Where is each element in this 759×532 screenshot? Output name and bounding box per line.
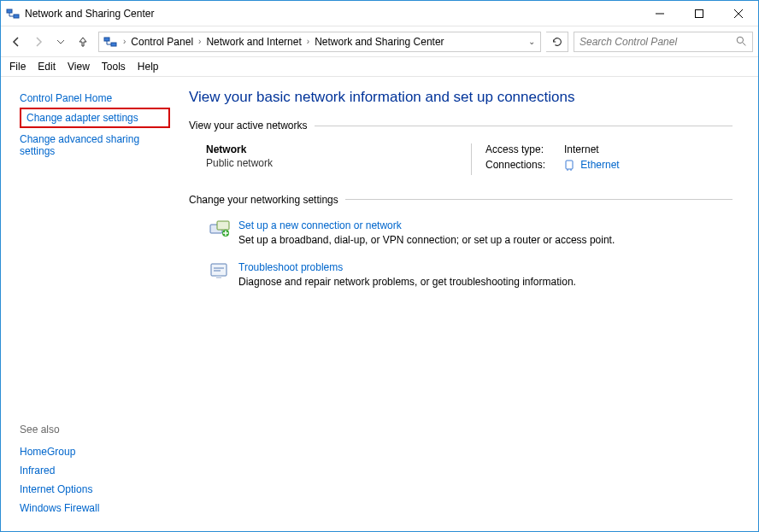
see-also-infrared[interactable]: Infrared — [20, 461, 170, 480]
troubleshoot-icon — [206, 261, 233, 285]
active-networks-header: View your active networks — [189, 120, 733, 132]
divider — [315, 126, 733, 126]
search-placeholder: Search Control Panel — [580, 36, 677, 48]
menu-view[interactable]: View — [68, 61, 90, 73]
svg-rect-6 — [104, 38, 109, 41]
active-network-row: Network Public network Access type: Inte… — [189, 138, 733, 194]
sidebar-link-adapter-settings[interactable]: Change adapter settings — [26, 112, 163, 124]
breadcrumb-icon — [103, 34, 118, 50]
window-root: Network and Sharing Center — [0, 0, 759, 532]
chevron-right-icon: › — [303, 37, 313, 46]
setup-connection-desc: Set up a broadband, dial-up, or VPN conn… — [238, 234, 615, 246]
change-settings-label: Change your networking settings — [189, 194, 338, 206]
refresh-button[interactable] — [546, 32, 568, 52]
see-also-firewall[interactable]: Windows Firewall — [20, 499, 170, 517]
access-type-label: Access type: — [485, 143, 564, 155]
titlebar: Network and Sharing Center — [1, 1, 758, 26]
chevron-right-icon: › — [120, 37, 129, 46]
connections-label: Connections: — [485, 159, 564, 171]
sidebar: Control Panel Home Change adapter settin… — [1, 77, 180, 531]
connection-link-ethernet[interactable]: Ethernet — [580, 159, 619, 171]
search-input[interactable]: Search Control Panel — [574, 32, 753, 52]
troubleshoot-item: Troubleshoot problems Diagnose and repai… — [206, 261, 733, 288]
svg-line-9 — [743, 43, 745, 45]
svg-point-8 — [737, 37, 743, 43]
network-type: Public network — [206, 157, 471, 169]
breadcrumb[interactable]: › Control Panel › Network and Internet ›… — [98, 32, 541, 52]
recent-dropdown-icon[interactable] — [50, 32, 71, 52]
menu-bar: File Edit View Tools Help — [1, 57, 758, 77]
sidebar-link-home[interactable]: Control Panel Home — [20, 89, 170, 108]
network-details: Access type: Internet Connections: Ether… — [472, 143, 620, 175]
sidebar-link-advanced-sharing[interactable]: Change advanced sharing settings — [20, 130, 170, 161]
active-networks-label: View your active networks — [189, 120, 308, 132]
divider — [345, 199, 733, 200]
svg-rect-10 — [566, 161, 573, 169]
content-body: Control Panel Home Change adapter settin… — [1, 77, 758, 531]
close-button[interactable] — [719, 1, 758, 26]
setup-connection-icon — [206, 219, 233, 243]
chevron-right-icon: › — [195, 37, 204, 46]
troubleshoot-desc: Diagnose and repair network problems, or… — [238, 276, 576, 288]
svg-rect-16 — [211, 264, 227, 276]
ethernet-icon — [564, 160, 574, 172]
menu-edit[interactable]: Edit — [38, 61, 56, 73]
see-also-internet-options[interactable]: Internet Options — [20, 480, 170, 499]
troubleshoot-link[interactable]: Troubleshoot problems — [238, 261, 343, 273]
highlight-box: Change adapter settings — [20, 108, 170, 128]
breadcrumb-item[interactable]: Control Panel — [129, 36, 195, 48]
svg-rect-7 — [111, 43, 116, 46]
network-name: Network — [206, 143, 471, 155]
breadcrumb-dropdown-icon[interactable]: ⌄ — [523, 37, 540, 46]
up-button[interactable] — [73, 32, 93, 52]
access-type-value: Internet — [564, 143, 599, 155]
see-also-section: See also HomeGroup Infrared Internet Opt… — [20, 424, 170, 523]
back-button[interactable] — [6, 32, 26, 52]
forward-button[interactable] — [28, 32, 49, 52]
see-also-title: See also — [20, 424, 170, 436]
breadcrumb-item[interactable]: Network and Internet — [204, 36, 303, 48]
menu-help[interactable]: Help — [138, 61, 159, 73]
network-identity: Network Public network — [206, 143, 471, 175]
minimize-button[interactable] — [640, 1, 680, 26]
page-heading: View your basic network information and … — [189, 89, 733, 106]
app-icon — [1, 7, 25, 20]
setup-connection-link[interactable]: Set up a new connection or network — [238, 219, 402, 231]
window-title: Network and Sharing Center — [25, 8, 154, 20]
setup-connection-item: Set up a new connection or network Set u… — [206, 219, 733, 246]
change-settings-header: Change your networking settings — [189, 194, 733, 206]
window-controls — [640, 1, 758, 26]
breadcrumb-item[interactable]: Network and Sharing Center — [313, 36, 445, 48]
svg-rect-3 — [696, 9, 703, 17]
main-panel: View your basic network information and … — [180, 77, 758, 531]
svg-rect-1 — [14, 15, 19, 18]
settings-list: Set up a new connection or network Set u… — [189, 213, 733, 288]
svg-rect-17 — [216, 276, 221, 278]
maximize-button[interactable] — [680, 1, 719, 26]
svg-rect-0 — [7, 9, 12, 13]
menu-tools[interactable]: Tools — [102, 61, 126, 73]
navigation-bar: › Control Panel › Network and Internet ›… — [1, 26, 758, 57]
search-icon — [736, 36, 747, 47]
menu-file[interactable]: File — [9, 61, 26, 73]
svg-rect-14 — [217, 221, 229, 230]
see-also-homegroup[interactable]: HomeGroup — [20, 442, 170, 461]
